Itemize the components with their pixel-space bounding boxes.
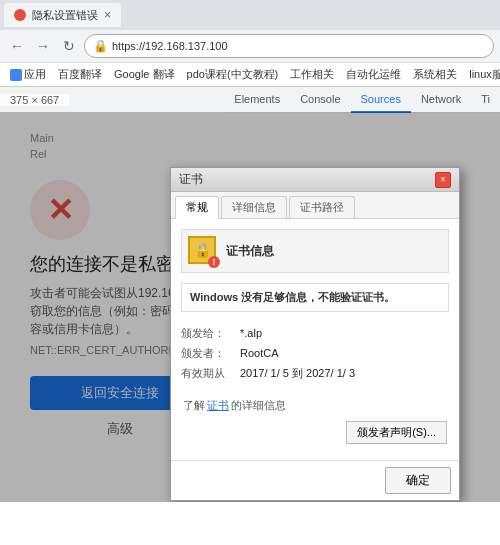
tab-sources[interactable]: Sources xyxy=(351,87,411,113)
bookmark-auto[interactable]: 自动化运维 xyxy=(342,67,405,82)
validity-label: 有效期从 xyxy=(181,366,236,381)
lock-icon: 🔒 xyxy=(93,39,108,53)
tab-favicon xyxy=(14,9,26,21)
dialog-tab-details[interactable]: 详细信息 xyxy=(221,196,287,218)
tab-elements[interactable]: Elements xyxy=(224,87,290,113)
bookmark-apps[interactable]: 应用 xyxy=(6,67,50,82)
browser-tab[interactable]: 隐私设置错误 × xyxy=(4,3,121,27)
dialog-footer-area: 了解 证书 的详细信息 颁发者声明(S)... xyxy=(181,390,449,450)
bookmark-google[interactable]: Google 翻译 xyxy=(110,67,179,82)
cert-warning-bold: Windows 没有足够信息，不能验证证书。 xyxy=(190,291,395,303)
dialog-body: 🔒 ! 证书信息 Windows 没有足够信息，不能验证证书。 颁发给： *.a… xyxy=(171,219,459,460)
cert-icon: 🔒 ! xyxy=(188,236,218,266)
back-button[interactable]: ← xyxy=(6,35,28,57)
tab-ti[interactable]: Ti xyxy=(471,87,500,113)
ok-button[interactable]: 确定 xyxy=(385,467,451,494)
dialog-titlebar: 证书 × xyxy=(171,168,459,192)
tab-network[interactable]: Network xyxy=(411,87,471,113)
refresh-button[interactable]: ↻ xyxy=(58,35,80,57)
issuer-statement-button[interactable]: 颁发者声明(S)... xyxy=(346,421,447,444)
bookmark-baidu[interactable]: 百度翻译 xyxy=(54,67,106,82)
validity-from: 2017/ 1/ 5 xyxy=(240,367,289,379)
bookmark-label: 工作相关 xyxy=(290,67,334,82)
issued-to-label: 颁发给： xyxy=(181,326,236,341)
bookmark-label: 应用 xyxy=(24,67,46,82)
issued-by-label: 颁发者： xyxy=(181,346,236,361)
cert-fields: 颁发给： *.alp 颁发者： RootCA 有效期从 2017/ 1/ 5 到… xyxy=(181,322,449,390)
address-input[interactable] xyxy=(112,40,485,52)
bookmark-work[interactable]: 工作相关 xyxy=(286,67,338,82)
cert-issued-by-row: 颁发者： RootCA xyxy=(181,346,449,361)
footer-link[interactable]: 证书 xyxy=(207,398,229,413)
dialog-tabs: 常规 详细信息 证书路径 xyxy=(171,192,459,219)
bookmark-label: 自动化运维 xyxy=(346,67,401,82)
cert-header: 🔒 ! 证书信息 xyxy=(181,229,449,273)
cert-info-title: 证书信息 xyxy=(226,243,274,260)
tab-title: 隐私设置错误 xyxy=(32,8,98,23)
dialog-close-button[interactable]: × xyxy=(435,172,451,188)
bookmark-label: pdo课程(中文教程) xyxy=(187,67,279,82)
validity-to-word: 到 xyxy=(292,367,303,379)
bookmark-linux[interactable]: linux服务相关 xyxy=(465,67,500,82)
dialog-ok-bar: 确定 xyxy=(171,460,459,500)
bookmark-label: 百度翻译 xyxy=(58,67,102,82)
bookmark-label: linux服务相关 xyxy=(469,67,500,82)
devtools-bar: 375 × 667 Elements Console Sources Netwo… xyxy=(0,86,500,112)
size-display: 375 × 667 xyxy=(0,94,69,106)
cert-issued-to-row: 颁发给： *.alp xyxy=(181,326,449,341)
bookmarks-bar: 应用 百度翻译 Google 翻译 pdo课程(中文教程) 工作相关 自动化运维… xyxy=(0,62,500,86)
devtools-tabs: Elements Console Sources Network Ti xyxy=(224,87,500,113)
toolbar: ← → ↻ 🔒 xyxy=(0,30,500,62)
issued-by-value: RootCA xyxy=(240,347,279,359)
browser-chrome: 隐私设置错误 × ← → ↻ 🔒 应用 百度翻译 Google 翻译 pdo课程… xyxy=(0,0,500,86)
cert-warning-text: Windows 没有足够信息，不能验证证书。 xyxy=(181,283,449,312)
tab-bar: 隐私设置错误 × xyxy=(0,0,500,30)
dialog-title: 证书 xyxy=(179,171,429,188)
footer-post: 的详细信息 xyxy=(231,398,286,413)
validity-to: 2027/ 1/ 3 xyxy=(306,367,355,379)
tab-console[interactable]: Console xyxy=(290,87,350,113)
footer-pre: 了解 xyxy=(183,398,205,413)
warning-badge-icon: ! xyxy=(208,256,220,268)
dialog-tab-path[interactable]: 证书路径 xyxy=(289,196,355,218)
forward-button[interactable]: → xyxy=(32,35,54,57)
bookmark-icon xyxy=(10,69,22,81)
certificate-dialog: 证书 × 常规 详细信息 证书路径 🔒 ! 证书信息 Windows 没有足够信… xyxy=(170,167,460,501)
cert-validity-row: 有效期从 2017/ 1/ 5 到 2027/ 1/ 3 xyxy=(181,366,449,381)
validity-dates: 2017/ 1/ 5 到 2027/ 1/ 3 xyxy=(240,366,355,381)
dialog-tab-general[interactable]: 常规 xyxy=(175,196,219,219)
bookmark-pdo[interactable]: pdo课程(中文教程) xyxy=(183,67,283,82)
dialog-footer-link: 了解 证书 的详细信息 xyxy=(183,398,447,413)
address-bar-wrapper[interactable]: 🔒 xyxy=(84,34,494,58)
bookmark-label: 系统相关 xyxy=(413,67,457,82)
issued-to-value: *.alp xyxy=(240,327,262,339)
tab-close-btn[interactable]: × xyxy=(104,8,111,22)
bookmark-label: Google 翻译 xyxy=(114,67,175,82)
bookmark-sys[interactable]: 系统相关 xyxy=(409,67,461,82)
